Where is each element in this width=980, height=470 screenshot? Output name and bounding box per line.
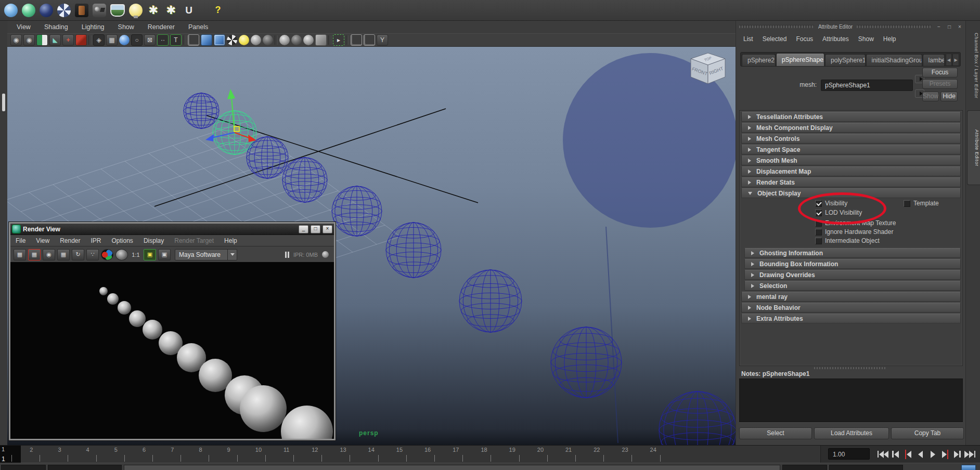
shelf-movie-camera-icon[interactable] (93, 4, 106, 17)
go-to-end-button[interactable] (964, 448, 976, 461)
menu-show[interactable]: Show (118, 23, 134, 31)
rendered-image[interactable] (10, 262, 334, 439)
render-current-frame-icon[interactable]: ▦ (14, 249, 26, 260)
snap-cameras-icon[interactable]: ◉ (10, 34, 22, 46)
attribute-editor-tab[interactable]: Attribute Editor (967, 110, 980, 185)
maximize-button[interactable]: □ (311, 225, 320, 233)
ignore-hardware-shader-checkbox-row[interactable]: Ignore Hardware Shader (815, 228, 893, 236)
section-mental-ray[interactable]: mental ray (741, 292, 961, 302)
lod-visibility-checkbox-row[interactable]: LOD Visibility (815, 209, 862, 216)
tab-lambert1[interactable]: lambert1 (923, 54, 945, 66)
rv-menu-help[interactable]: Help (224, 237, 237, 244)
shelf-light-bulb-icon[interactable] (129, 4, 143, 17)
ae-menu-selected[interactable]: Selected (763, 35, 787, 43)
section-bounding-box-information[interactable]: Bounding Box Information (744, 259, 961, 269)
wireframe-cube-icon[interactable] (188, 34, 199, 46)
drag-handle[interactable] (857, 25, 932, 28)
step-forward-frame-button[interactable] (952, 448, 963, 461)
snap-move-icon[interactable]: + (62, 34, 74, 46)
shelf-panorama-icon[interactable] (110, 4, 125, 17)
range-end-field[interactable] (782, 465, 827, 470)
wire-sphere[interactable] (247, 137, 288, 178)
keep-image-icon[interactable]: ▣ (144, 249, 156, 260)
render-region-icon[interactable]: ∵ (86, 249, 99, 260)
section-tangent-space[interactable]: Tangent Space (741, 145, 961, 154)
text-hud-icon[interactable]: T (170, 34, 182, 46)
tab-polysphere1[interactable]: polySphere1 (825, 54, 865, 66)
wire-sphere[interactable] (184, 93, 219, 128)
section-drawing-overrides[interactable]: Drawing Overrides (744, 270, 961, 280)
book-icon[interactable] (36, 34, 48, 46)
section-displacement-map[interactable]: Displacement Map (741, 166, 961, 176)
render-view-titlebar[interactable]: Render View _ □ × (10, 224, 334, 235)
range-slider-track[interactable] (124, 465, 780, 470)
shaded-ball-icon[interactable] (119, 35, 130, 45)
rv-menu-view[interactable]: View (36, 237, 49, 244)
shelf-pinwheel-icon[interactable]: ✱ (147, 4, 160, 17)
range-slider-bar[interactable] (0, 463, 980, 470)
remove-image-icon[interactable]: ▣ (158, 249, 171, 260)
rv-menu-display[interactable]: Display (144, 237, 164, 244)
playback-speed-field[interactable]: 1.00 (828, 448, 870, 460)
shelf-sphere-green-icon[interactable] (22, 4, 35, 17)
menu-view[interactable]: View (17, 23, 31, 31)
ae-menu-list[interactable]: List (743, 35, 753, 43)
mesh-name-field[interactable]: pSphereShape1 (821, 80, 913, 91)
minimize-button[interactable]: _ (299, 225, 308, 233)
ae-menu-attributes[interactable]: Attributes (822, 35, 849, 43)
grid-display-icon[interactable]: ◈ (93, 34, 105, 46)
redo-previous-render-icon[interactable]: ▦ (28, 249, 41, 260)
channel-box-layer-editor-tab[interactable]: Channel Box / Layer Editor (967, 24, 979, 107)
section-smooth-mesh[interactable]: Smooth Mesh (741, 155, 961, 165)
end-frame-field[interactable] (829, 465, 903, 470)
use-all-lights-icon[interactable] (239, 35, 249, 45)
smooth-shade-cube-icon[interactable] (201, 34, 212, 46)
ignore-hardware-shader-checkbox[interactable] (815, 229, 822, 236)
ae-menu-help[interactable]: Help (883, 35, 896, 43)
menu-lighting[interactable]: Lighting (82, 23, 105, 31)
shelf-pinwheel2-icon[interactable]: ✱ (164, 4, 178, 17)
section-object-display[interactable]: Object Display (741, 188, 961, 198)
refresh-ipr-icon[interactable]: ↻ (72, 249, 84, 260)
wire-sphere[interactable] (459, 270, 522, 332)
select-button[interactable]: Select (739, 427, 812, 439)
motion-blur-cube-icon[interactable] (315, 34, 327, 46)
time-slider[interactable]: 1 1 234567891011121314151617181920212223… (0, 445, 980, 463)
intermediate-object-checkbox[interactable] (815, 238, 822, 244)
close-button[interactable]: × (323, 225, 332, 233)
vertex-dots-icon[interactable]: ·· (157, 34, 169, 46)
go-to-start-button[interactable] (877, 448, 888, 461)
environment-map-texture-checkbox[interactable] (815, 220, 822, 227)
focus-button[interactable]: Focus (922, 68, 958, 77)
start-frame-field[interactable] (1, 465, 46, 470)
default-material-ball-icon[interactable] (227, 35, 237, 45)
moon-ball-icon[interactable] (303, 35, 314, 45)
lod-visibility-checkbox[interactable] (815, 210, 822, 216)
wire-sphere[interactable] (332, 186, 382, 236)
ae-menu-focus[interactable]: Focus (796, 35, 813, 43)
tab-scroll-left-icon[interactable]: ◀ (946, 54, 952, 66)
range-start-field[interactable] (48, 465, 122, 470)
occlusion-ball-icon[interactable] (291, 35, 302, 45)
ratio-1-1-icon[interactable]: 1:1 (130, 250, 141, 260)
section-extra-attributes[interactable]: Extra Attributes (741, 314, 961, 323)
wire-sphere[interactable] (659, 391, 736, 445)
view-cube[interactable]: TOP FRONT RIGHT (691, 53, 725, 84)
environment-map-texture-checkbox-row[interactable]: Environment Map Texture (815, 219, 896, 227)
shelf-sphere-checker-icon[interactable] (57, 4, 71, 17)
shaded-gray-ball-icon[interactable] (251, 35, 261, 45)
camera-settings-icon[interactable]: ◉ (23, 34, 35, 46)
rv-menu-options[interactable]: Options (112, 237, 133, 244)
tab-initialshadinggroup[interactable]: initialShadingGroup (866, 54, 922, 66)
step-forward-key-button[interactable] (939, 448, 951, 461)
wire-sphere[interactable] (282, 158, 327, 202)
share-nodes-icon[interactable]: Y (377, 34, 388, 46)
textured-cube-icon[interactable] (214, 34, 225, 46)
render-view-window[interactable]: Render View _ □ × File View Render IPR O… (9, 222, 336, 440)
panel-float-icon[interactable]: □ (946, 24, 952, 30)
tab-psphere2[interactable]: pSphere2 (742, 54, 776, 66)
film-gate-icon[interactable]: ▦ (106, 34, 118, 46)
drag-handle[interactable] (739, 25, 814, 28)
section-node-behavior[interactable]: Node Behavior (741, 303, 961, 312)
shelf-sphere-blue-icon[interactable] (4, 4, 18, 17)
